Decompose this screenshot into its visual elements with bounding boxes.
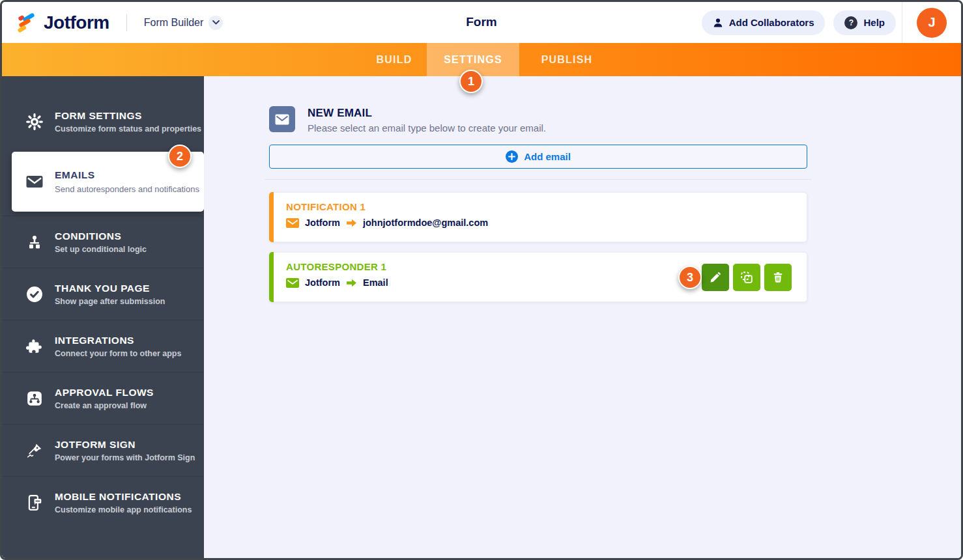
email-card-autoresponder[interactable]: AUTORESPONDER 1 Jotform Email	[269, 252, 807, 302]
sidebar-item-thank-you-page[interactable]: THANK YOU PAGE Show page after submissio…	[2, 268, 204, 320]
email-from: Jotform	[305, 277, 340, 288]
tab-build[interactable]: BUILD	[362, 43, 427, 76]
help-button[interactable]: ? Help	[833, 10, 896, 35]
arrow-right-icon	[346, 218, 357, 228]
delete-email-button[interactable]	[764, 264, 792, 291]
sidebar-item-label: THANK YOU PAGE	[55, 283, 165, 294]
new-email-envelope-icon	[269, 106, 295, 132]
duplicate-email-button[interactable]	[733, 264, 760, 291]
sidebar-item-form-settings[interactable]: FORM SETTINGS Customize form status and …	[2, 96, 204, 148]
sidebar-item-label: CONDITIONS	[55, 231, 147, 242]
puzzle-icon	[25, 338, 44, 355]
add-email-button[interactable]: Add email	[269, 145, 807, 169]
sidebar-item-label: INTEGRATIONS	[55, 335, 181, 346]
check-circle-icon	[25, 286, 44, 303]
header-divider	[126, 14, 127, 31]
add-collaborators-label: Add Collaborators	[729, 17, 814, 28]
person-icon	[713, 18, 723, 28]
question-mark-icon: ?	[844, 16, 857, 29]
trash-icon	[771, 271, 784, 284]
new-email-subtitle: Please select an email type below to cre…	[308, 122, 546, 133]
sidebar-item-label: APPROVAL FLOWS	[55, 387, 154, 399]
approval-flow-icon	[25, 390, 44, 407]
sidebar-item-description: Set up conditional logic	[55, 245, 147, 254]
sidebar-item-description: Customize form status and properties	[55, 124, 201, 133]
sidebar-item-description: Customize mobile app notifications	[55, 505, 192, 514]
page-title: Form	[466, 15, 497, 29]
jotform-logo-icon[interactable]	[15, 12, 37, 34]
avatar-zone: J	[902, 2, 961, 43]
sidebar-item-label: JOTFORM SIGN	[55, 439, 195, 451]
sidebar-item-integrations[interactable]: INTEGRATIONS Connect your form to other …	[2, 320, 204, 372]
sidebar-item-description: Show page after submission	[55, 297, 165, 306]
add-collaborators-button[interactable]: Add Collaborators	[702, 10, 826, 35]
app-window: Jotform Form Builder Form Add Collaborat…	[0, 0, 963, 560]
signature-pen-icon	[25, 442, 44, 459]
sidebar-item-mobile-notifications[interactable]: MOBILE NOTIFICATIONS Customize mobile ap…	[2, 476, 204, 528]
step-badge-1: 1	[459, 70, 483, 93]
sidebar-item-jotform-sign[interactable]: JOTFORM SIGN Power your forms with Jotfo…	[2, 424, 204, 476]
sidebar-item-approval-flows[interactable]: APPROVAL FLOWS Create an approval flow	[2, 372, 204, 424]
product-switcher[interactable]: Form Builder	[144, 16, 223, 30]
envelope-icon	[286, 278, 299, 288]
add-email-label: Add email	[524, 151, 571, 162]
brand-wordmark[interactable]: Jotform	[44, 12, 109, 33]
email-to: Email	[363, 277, 388, 288]
edit-pencil-icon	[709, 271, 722, 284]
email-card-notification[interactable]: NOTIFICATION 1 Jotform johnjotformdoe@gm…	[269, 192, 807, 242]
section-divider	[265, 179, 812, 180]
tab-publish[interactable]: PUBLISH	[519, 43, 614, 76]
product-label: Form Builder	[144, 17, 204, 29]
email-from: Jotform	[305, 217, 340, 228]
sidebar-item-description: Connect your form to other apps	[55, 349, 181, 358]
envelope-icon	[25, 175, 44, 188]
sidebar-item-label: MOBILE NOTIFICATIONS	[55, 491, 192, 503]
step-badge-2: 2	[168, 145, 192, 168]
plus-circle-icon	[506, 150, 518, 163]
email-to: johnjotformdoe@gmail.com	[363, 217, 488, 228]
arrow-right-icon	[346, 278, 357, 288]
sidebar-item-label: FORM SETTINGS	[55, 110, 201, 122]
avatar[interactable]: J	[917, 8, 947, 38]
sidebar-item-description: Send autoresponders and notifications	[55, 184, 199, 194]
edit-email-button[interactable]	[702, 264, 729, 291]
new-email-title: NEW EMAIL	[308, 106, 546, 120]
help-label: Help	[863, 17, 885, 28]
step-badge-3: 3	[678, 266, 702, 289]
sitemap-icon	[25, 234, 44, 250]
email-card-title: NOTIFICATION 1	[286, 201, 807, 212]
top-header: Jotform Form Builder Form Add Collaborat…	[2, 2, 961, 43]
new-email-header: NEW EMAIL Please select an email type be…	[269, 106, 807, 133]
sidebar-item-description: Create an approval flow	[55, 401, 154, 410]
autoresponder-accent-bar	[269, 252, 274, 302]
settings-sidebar: FORM SETTINGS Customize form status and …	[2, 76, 204, 558]
sidebar-item-description: Power your forms with Jotform Sign	[55, 453, 195, 462]
gear-icon	[25, 113, 44, 130]
builder-navbar: BUILD SETTINGS PUBLISH	[2, 43, 961, 76]
envelope-icon	[286, 218, 299, 228]
chevron-down-icon	[208, 16, 223, 30]
emails-settings-panel: NEW EMAIL Please select an email type be…	[204, 76, 961, 558]
duplicate-icon	[740, 270, 754, 285]
sidebar-item-label: EMAILS	[55, 169, 199, 181]
mobile-phone-icon	[25, 494, 44, 511]
sidebar-item-conditions[interactable]: CONDITIONS Set up conditional logic	[2, 216, 204, 268]
notification-accent-bar	[269, 192, 274, 242]
